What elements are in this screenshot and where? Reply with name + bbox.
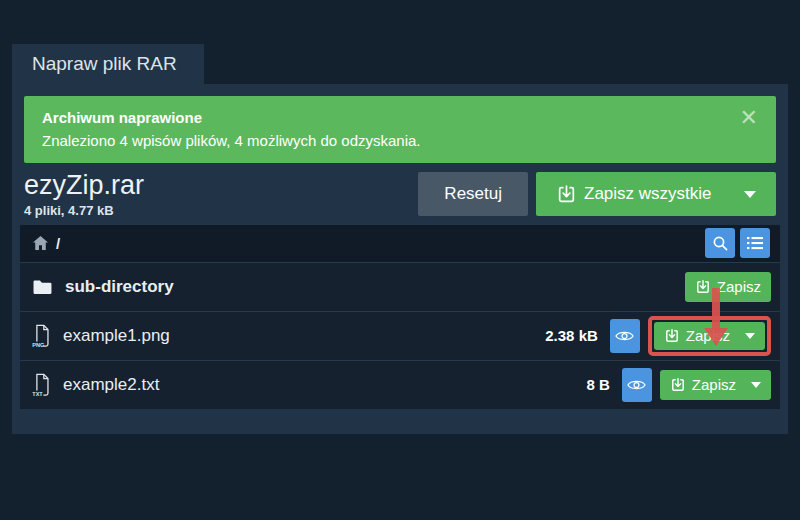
save-button-sub-directory[interactable]: Zapisz — [685, 272, 771, 302]
tab-napraw-plik-rar[interactable]: Napraw plik RAR — [12, 44, 204, 84]
reset-button[interactable]: Resetuj — [418, 172, 528, 216]
caret-down-icon — [745, 333, 755, 339]
table-row-example1-png: PNG example1.png 2.38 kB Zapisz — [20, 311, 780, 360]
list-icon — [747, 236, 763, 250]
download-tray-icon — [664, 328, 680, 344]
preview-button-example1[interactable] — [610, 319, 640, 353]
save-all-button[interactable]: Zapisz wszystkie — [536, 172, 776, 216]
file-badge: PNG — [32, 342, 44, 348]
save-button-example1[interactable]: Zapisz — [654, 322, 765, 350]
preview-button-example2[interactable] — [622, 368, 652, 402]
save-all-label: Zapisz wszystkie — [584, 184, 712, 204]
file-icon-png: PNG — [32, 324, 51, 348]
file-icon-txt: TXT — [32, 373, 51, 397]
save-label: Zapisz — [717, 278, 761, 295]
file-browser: / sub-directory — [20, 225, 780, 409]
banner-title: Archiwum naprawione — [42, 109, 758, 126]
caret-down-icon — [744, 191, 756, 198]
search-icon — [712, 235, 729, 252]
eye-icon — [627, 378, 646, 392]
file-size: 2.38 kB — [545, 327, 598, 344]
eye-icon — [615, 329, 634, 343]
success-banner: Archiwum naprawione Znaleziono 4 wpisów … — [24, 96, 776, 163]
header-actions: Resetuj Zapisz wszystkie — [418, 172, 776, 216]
save-label: Zapisz — [692, 376, 736, 393]
breadcrumb: / — [20, 225, 780, 262]
breadcrumb-path: / — [56, 235, 60, 252]
close-icon[interactable]: ✕ — [740, 107, 758, 129]
tab-label: Napraw plik RAR — [32, 53, 177, 75]
banner-message: Znaleziono 4 wpisów plików, 4 możliwych … — [42, 132, 758, 149]
download-tray-icon — [670, 377, 686, 393]
home-icon[interactable] — [32, 235, 49, 251]
archive-header: ezyZip.rar 4 pliki, 4.77 kB Resetuj Zapi… — [24, 171, 776, 218]
file-name: example1.png — [63, 326, 170, 346]
list-view-button[interactable] — [740, 228, 770, 258]
download-tray-icon — [556, 184, 577, 205]
table-row-example2-txt: TXT example2.txt 8 B Zapisz — [20, 360, 780, 409]
table-row-sub-directory[interactable]: sub-directory Zapisz — [20, 262, 780, 311]
save-label: Zapisz — [686, 327, 730, 344]
file-badge: TXT — [32, 391, 43, 397]
file-size: 8 B — [586, 376, 609, 393]
download-tray-icon — [695, 279, 711, 295]
archive-info: ezyZip.rar 4 pliki, 4.77 kB — [24, 171, 144, 218]
folder-icon — [32, 278, 53, 295]
file-name: example2.txt — [63, 375, 159, 395]
save-button-example2[interactable]: Zapisz — [660, 370, 771, 400]
archive-meta: 4 pliki, 4.77 kB — [24, 203, 144, 218]
caret-down-icon — [751, 382, 761, 388]
click-highlight: Zapisz — [648, 316, 771, 356]
repair-panel: Archiwum naprawione Znaleziono 4 wpisów … — [12, 84, 788, 434]
folder-name: sub-directory — [65, 277, 174, 297]
archive-name: ezyZip.rar — [24, 171, 144, 201]
search-button[interactable] — [705, 228, 735, 258]
